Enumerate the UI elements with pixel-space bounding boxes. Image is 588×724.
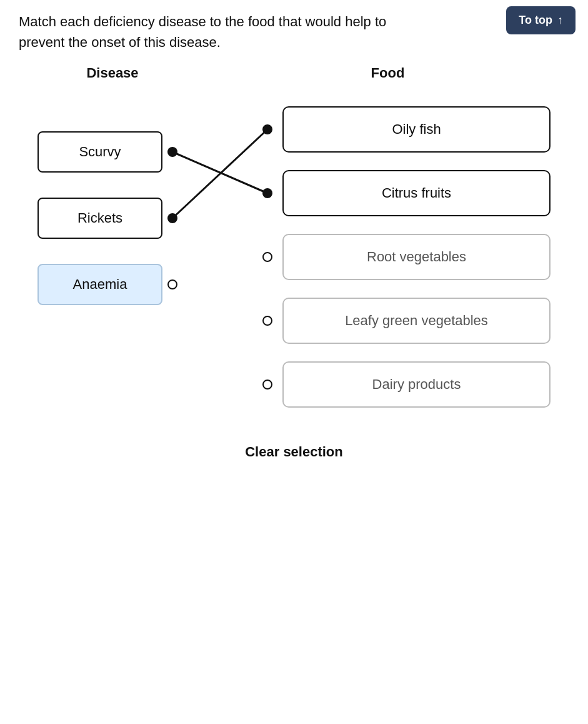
food-dot-dairy-products[interactable]	[262, 380, 272, 390]
food-item-leafy-green[interactable]: Leafy green vegetables	[262, 298, 551, 344]
disease-item-scurvy[interactable]: Scurvy	[37, 131, 225, 173]
clear-selection-button[interactable]: Clear selection	[245, 444, 343, 485]
disease-column-header: Disease	[19, 65, 206, 81]
food-column-header: Food	[206, 65, 569, 81]
food-dot-citrus-fruits[interactable]	[262, 188, 272, 198]
instructions: Match each deficiency disease to the foo…	[0, 0, 437, 53]
column-headers: Disease Food	[0, 65, 588, 81]
food-box-leafy-green[interactable]: Leafy green vegetables	[282, 298, 551, 344]
food-item-oily-fish[interactable]: Oily fish	[262, 106, 551, 153]
food-item-root-vegetables[interactable]: Root vegetables	[262, 234, 551, 280]
food-dot-oily-fish[interactable]	[262, 124, 272, 134]
disease-box-anaemia[interactable]: Anaemia	[37, 264, 162, 305]
disease-item-anaemia[interactable]: Anaemia	[37, 264, 225, 305]
disease-dot-scurvy[interactable]	[167, 147, 177, 157]
disease-box-rickets[interactable]: Rickets	[37, 198, 162, 239]
disease-dot-anaemia[interactable]	[167, 279, 177, 289]
food-item-dairy-products[interactable]: Dairy products	[262, 361, 551, 408]
matching-container: ScurvyRicketsAnaemia Oily fishCitrus fru…	[0, 88, 588, 425]
foods-column: Oily fishCitrus fruitsRoot vegetablesLea…	[225, 106, 551, 425]
disease-box-scurvy[interactable]: Scurvy	[37, 131, 162, 173]
matching-area: ScurvyRicketsAnaemia Oily fishCitrus fru…	[19, 88, 569, 425]
food-item-citrus-fruits[interactable]: Citrus fruits	[262, 170, 551, 216]
food-box-dairy-products[interactable]: Dairy products	[282, 361, 551, 408]
to-top-button[interactable]: To top ↑	[506, 6, 576, 34]
food-dot-root-vegetables[interactable]	[262, 252, 272, 262]
disease-item-rickets[interactable]: Rickets	[37, 198, 225, 239]
food-box-root-vegetables[interactable]: Root vegetables	[282, 234, 551, 280]
instructions-text: Match each deficiency disease to the foo…	[19, 14, 386, 50]
food-box-oily-fish[interactable]: Oily fish	[282, 106, 551, 153]
food-dot-leafy-green[interactable]	[262, 316, 272, 326]
disease-dot-rickets[interactable]	[167, 213, 177, 223]
diseases-column: ScurvyRicketsAnaemia	[37, 106, 225, 425]
arrow-icon: ↑	[557, 14, 563, 27]
food-box-citrus-fruits[interactable]: Citrus fruits	[282, 170, 551, 216]
to-top-label: To top	[519, 14, 552, 27]
clear-selection-label: Clear selection	[245, 444, 343, 460]
